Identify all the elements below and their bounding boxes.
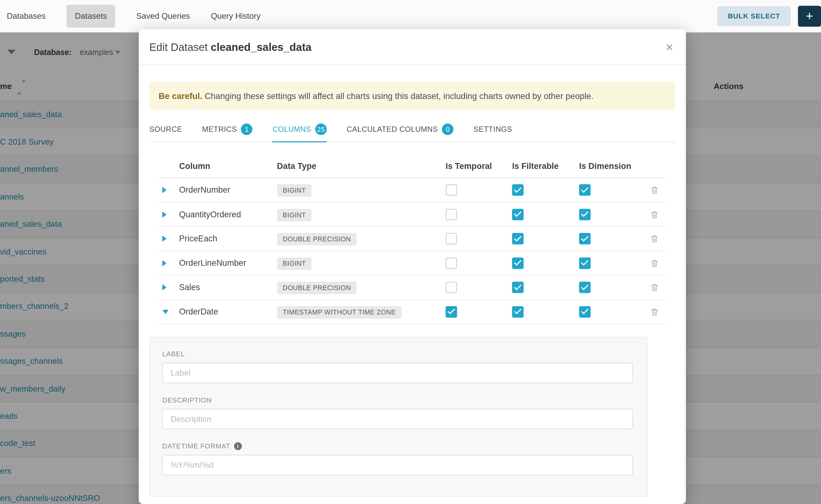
column-row: PriceEach DOUBLE PRECISION [159,227,666,251]
modal-title-prefix: Edit Dataset [149,41,208,53]
is-dimension-checkbox[interactable] [579,209,591,220]
expand-caret-icon[interactable] [162,187,166,193]
description-field-label: DESCRIPTION [162,396,633,404]
column-row: OrderDate TIMESTAMP WITHOUT TIME ZONE [159,300,666,324]
is-filterable-checkbox[interactable] [512,282,524,293]
is-temporal-checkbox[interactable] [446,306,457,318]
is-filterable-checkbox[interactable] [512,233,524,245]
delete-icon[interactable] [650,258,659,268]
is-temporal-checkbox[interactable] [446,257,457,269]
tab-label: METRICS [202,125,237,134]
close-icon[interactable]: × [665,40,673,54]
nav-item-query-history[interactable]: Query History [211,11,260,21]
is-temporal-checkbox[interactable] [446,209,457,220]
delete-icon[interactable] [650,210,659,220]
tab-label: SETTINGS [474,125,512,134]
expand-caret-icon[interactable] [162,310,169,314]
topnav-items: DatabasesDatasetsSaved QueriesQuery Hist… [7,4,260,27]
column-detail-panel: LABEL DESCRIPTION DATETIME FORMAT [149,337,648,497]
column-name: Sales [179,283,200,292]
column-row: OrderLineNumber BIGINT [159,251,666,275]
tab-label: CALCULATED COLUMNS [347,125,438,134]
tab-source[interactable]: SOURCE [149,117,182,142]
column-name: OrderLineNumber [179,258,246,268]
label-field: LABEL [162,350,633,383]
modal-title-dataset-name: cleaned_sales_data [210,41,311,53]
data-type-pill: BIGINT [277,257,312,270]
datetime-format-field-label: DATETIME FORMAT [162,442,230,450]
is-dimension-checkbox[interactable] [579,257,591,269]
columns-table: Column Data Type Is Temporal Is Filterab… [159,142,666,324]
tab-metrics[interactable]: METRICS1 [202,117,253,142]
data-type-pill: BIGINT [277,209,312,221]
is-dimension-checkbox[interactable] [579,233,591,245]
is-temporal-checkbox[interactable] [446,184,457,196]
columns-table-header: Column Data Type Is Temporal Is Filterab… [159,142,666,178]
is-dimension-checkbox[interactable] [579,282,591,293]
is-filterable-checkbox[interactable] [512,257,524,269]
is-temporal-checkbox[interactable] [446,282,457,293]
is-temporal-header: Is Temporal [446,162,492,171]
columns-table-body: OrderNumber BIGINT QuantityOrdered BIGIN… [159,178,666,324]
expand-caret-icon[interactable] [162,211,166,217]
app: Database: examples me Actions aned_sales… [0,0,821,504]
tab-badge: 25 [315,124,327,135]
is-dimension-header: Is Dimension [579,162,631,171]
label-input[interactable] [162,363,633,383]
description-input[interactable] [162,409,633,429]
delete-icon[interactable] [650,234,659,244]
column-row: OrderNumber BIGINT [159,178,666,202]
column-name: OrderNumber [179,185,230,195]
delete-icon[interactable] [650,282,659,292]
nav-item-datasets[interactable]: Datasets [67,4,115,27]
column-name: QuantityOrdered [179,210,241,219]
warning-banner: Be careful. Changing these settings will… [149,82,675,110]
data-type-pill: TIMESTAMP WITHOUT TIME ZONE [277,306,402,319]
description-field: DESCRIPTION [162,396,633,429]
delete-icon[interactable] [650,307,659,317]
is-dimension-checkbox[interactable] [579,306,591,318]
data-type-pill: DOUBLE PRECISION [277,233,357,245]
tab-label: COLUMNS [272,125,311,134]
label-field-label: LABEL [162,350,633,358]
is-filterable-checkbox[interactable] [512,184,524,196]
modal-title: Edit Dataset cleaned_sales_data [149,41,312,53]
warning-text: Changing these settings will affect all … [205,91,594,101]
expand-caret-icon[interactable] [162,235,166,242]
tab-columns[interactable]: COLUMNS25 [272,117,327,142]
column-name: PriceEach [179,234,217,243]
add-dataset-button[interactable]: + [798,6,821,27]
is-temporal-checkbox[interactable] [446,233,457,245]
modal-tabs: SOURCEMETRICS1COLUMNS25CALCULATED COLUMN… [149,117,675,142]
tab-label: SOURCE [149,125,182,134]
info-icon[interactable] [234,442,242,450]
is-filterable-checkbox[interactable] [512,209,524,220]
data-type-header: Data Type [277,162,316,171]
column-header: Column [179,162,210,171]
bulk-select-button[interactable]: BULK SELECT [717,6,791,26]
column-name: OrderDate [179,307,218,316]
nav-item-databases[interactable]: Databases [7,11,46,21]
column-row: Sales DOUBLE PRECISION [159,275,666,300]
warning-bold-text: Be careful. [159,91,202,101]
column-row: QuantityOrdered BIGINT [159,202,666,227]
expand-caret-icon[interactable] [162,260,166,266]
data-type-pill: DOUBLE PRECISION [277,282,357,294]
expand-caret-icon[interactable] [162,284,166,290]
delete-icon[interactable] [650,185,659,195]
is-filterable-checkbox[interactable] [512,306,524,318]
modal-header: Edit Dataset cleaned_sales_data × [139,29,686,65]
edit-dataset-modal: Edit Dataset cleaned_sales_data × Be car… [139,29,686,504]
datetime-format-input[interactable] [162,455,633,475]
modal-body: Be careful. Changing these settings will… [139,82,686,497]
tab-badge: 0 [442,124,454,135]
datetime-format-field: DATETIME FORMAT [162,442,633,476]
tab-settings[interactable]: SETTINGS [474,117,512,142]
nav-item-saved-queries[interactable]: Saved Queries [136,11,190,21]
tab-calculated-columns[interactable]: CALCULATED COLUMNS0 [347,117,454,142]
is-dimension-checkbox[interactable] [579,184,591,196]
data-type-pill: BIGINT [277,184,312,197]
tab-badge: 1 [241,124,253,135]
is-filterable-header: Is Filterable [512,162,559,171]
top-nav: DatabasesDatasetsSaved QueriesQuery Hist… [0,0,821,32]
